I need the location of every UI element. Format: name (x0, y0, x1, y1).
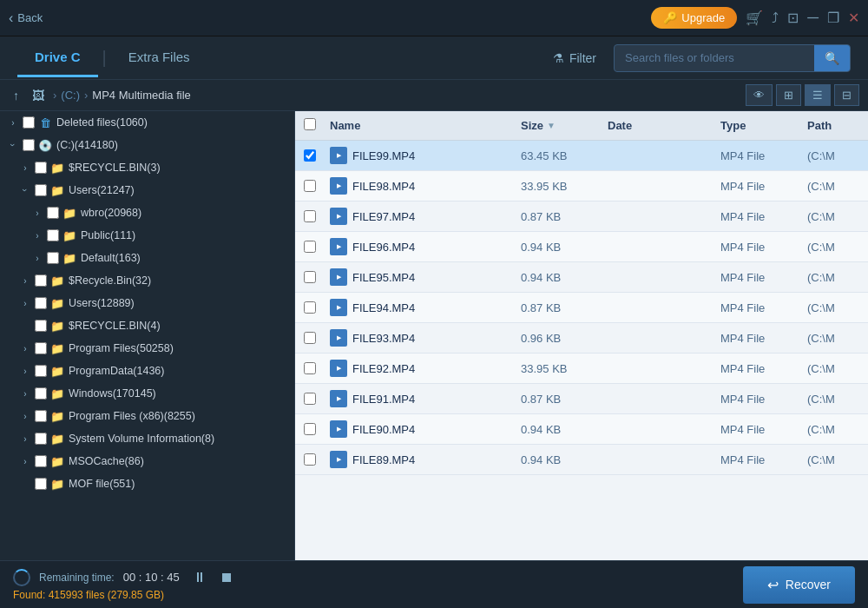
tree-cb-default[interactable] (47, 252, 59, 264)
restore-icon[interactable]: ❐ (827, 10, 839, 26)
tree-item-wbro[interactable]: › 📁 wbro(20968) (0, 202, 294, 224)
tree-item-srecycle3[interactable]: 📁 $RECYCLE.BIN(4) (0, 314, 294, 337)
breadcrumb-up-icon[interactable]: ↑ (9, 87, 23, 104)
select-all-checkbox[interactable] (304, 118, 316, 130)
table-row[interactable]: ▶ FILE90.MP4 0.94 KB MP4 File (C:\M (295, 414, 868, 445)
minimize-icon[interactable]: ─ (807, 9, 819, 27)
table-row[interactable]: ▶ FILE94.MP4 0.87 KB MP4 File (C:\M (295, 293, 868, 323)
tree-toggle-programfiles[interactable]: › (19, 342, 31, 354)
tree-toggle-windows[interactable]: › (19, 387, 31, 400)
tree-toggle-public[interactable]: › (31, 229, 43, 241)
tree-toggle-driveC[interactable]: › (7, 139, 19, 151)
tree-cb-srecycle2[interactable] (35, 274, 47, 287)
tree-item-moffile[interactable]: 📁 MOF file(551) (0, 473, 294, 495)
tree-cb-wbro[interactable] (47, 207, 59, 219)
view-grid-button[interactable]: ⊞ (776, 84, 801, 106)
table-row[interactable]: ▶ FILE98.MP4 33.95 KB MP4 File (C:\M (295, 171, 868, 202)
back-button[interactable]: ‹ Back (9, 10, 43, 26)
row-cb-4[interactable] (304, 241, 330, 253)
tab-drive-c[interactable]: Drive C (17, 39, 98, 77)
tree-toggle-srecycle1[interactable]: › (19, 162, 31, 174)
row-cb-10[interactable] (304, 423, 330, 435)
tree-toggle-users2[interactable]: › (19, 297, 31, 309)
screenshot-icon[interactable]: ⊡ (787, 10, 799, 26)
tree-toggle-srecycle2[interactable]: › (19, 274, 31, 287)
row-name-3: ▶ FILE97.MP4 (330, 208, 521, 225)
tree-item-users1[interactable]: › 📁 Users(21247) (0, 179, 294, 202)
tree-item-windows[interactable]: › 📁 Windows(170145) (0, 382, 294, 405)
tree-toggle-programfilesx86[interactable]: › (19, 410, 31, 422)
tree-item-programfiles[interactable]: › 📁 Program Files(50258) (0, 337, 294, 360)
tree-item-programfilesx86[interactable]: › 📁 Program Files (x86)(8255) (0, 405, 294, 427)
recover-button[interactable]: ↩ Recover (743, 566, 855, 604)
tree-cb-sysvol[interactable] (35, 433, 47, 445)
table-row[interactable]: ▶ FILE92.MP4 33.95 KB MP4 File (C:\M (295, 354, 868, 384)
tree-cb-users1[interactable] (35, 184, 47, 196)
tree-cb-programfilesx86[interactable] (35, 410, 47, 422)
view-detail-button[interactable]: ⊟ (834, 84, 859, 106)
tab-extra-files[interactable]: Extra Files (111, 39, 207, 77)
row-cb-7[interactable] (304, 332, 330, 344)
table-row[interactable]: ▶ FILE97.MP4 0.87 KB MP4 File (C:\M (295, 202, 868, 232)
tree-item-sysvol[interactable]: › 📁 System Volume Information(8) (0, 427, 294, 450)
tree-item-default[interactable]: › 📁 Default(163) (0, 247, 294, 269)
tree-cb-programfiles[interactable] (35, 342, 47, 354)
row-cb-3[interactable] (304, 210, 330, 222)
breadcrumb-drive[interactable]: (C:) (61, 89, 80, 102)
tree-item-msocache[interactable]: › 📁 MSOCache(86) (0, 450, 294, 473)
pause-button[interactable]: ⏸ (193, 570, 207, 585)
stop-button[interactable]: ⏹ (220, 570, 233, 585)
table-row[interactable]: ▶ FILE95.MP4 0.94 KB MP4 File (C:\M (295, 262, 868, 293)
tree-cb-public[interactable] (47, 229, 59, 241)
tree-cb-deleted[interactable] (23, 116, 35, 129)
th-name[interactable]: Name (330, 119, 521, 132)
th-size[interactable]: Size ▼ (521, 119, 608, 132)
upgrade-button[interactable]: 🔑 Upgrade (651, 7, 737, 29)
table-row[interactable]: ▶ FILE91.MP4 0.87 KB MP4 File (C:\M (295, 384, 868, 414)
table-row[interactable]: ▶ FILE96.MP4 0.94 KB MP4 File (C:\M (295, 232, 868, 262)
tree-cb-srecycle3[interactable] (35, 320, 47, 332)
breadcrumb-image-icon[interactable]: 🖼 (28, 87, 49, 104)
tree-cb-srecycle1[interactable] (35, 162, 47, 174)
row-cb-1[interactable] (304, 149, 330, 162)
tree-cb-users2[interactable] (35, 297, 47, 309)
tree-item-deleted[interactable]: › 🗑 Deleted files(1060) (0, 111, 294, 134)
filter-button[interactable]: ⚗ Filter (553, 51, 596, 65)
tree-cb-driveC[interactable] (23, 139, 35, 151)
table-row[interactable]: ▶ FILE93.MP4 0.96 KB MP4 File (C:\M (295, 323, 868, 354)
tree-toggle-default[interactable]: › (31, 252, 43, 264)
row-cb-8[interactable] (304, 362, 330, 374)
row-cb-11[interactable] (304, 453, 330, 466)
th-date[interactable]: Date (608, 119, 720, 132)
tree-toggle-msocache[interactable]: › (19, 455, 31, 467)
row-cb-6[interactable] (304, 301, 330, 314)
view-preview-button[interactable]: 👁 (746, 84, 773, 106)
tree-cb-moffile[interactable] (35, 478, 47, 490)
tree-toggle-deleted[interactable]: › (7, 116, 19, 129)
tree-toggle-users1[interactable]: › (19, 184, 31, 196)
tree-cb-windows[interactable] (35, 387, 47, 400)
search-button[interactable]: 🔍 (814, 45, 850, 71)
tree-item-users2[interactable]: › 📁 Users(12889) (0, 292, 294, 314)
row-cb-2[interactable] (304, 180, 330, 192)
row-cb-9[interactable] (304, 393, 330, 405)
tree-cb-msocache[interactable] (35, 455, 47, 467)
close-icon[interactable]: ✕ (848, 10, 859, 26)
view-list-button[interactable]: ☰ (805, 84, 831, 106)
share-icon[interactable]: ⤴ (772, 10, 779, 26)
tree-item-srecycle1[interactable]: › 📁 $RECYCLE.BIN(3) (0, 156, 294, 179)
table-row[interactable]: ▶ FILE89.MP4 0.94 KB MP4 File (C:\M (295, 445, 868, 475)
table-row[interactable]: ▶ FILE99.MP4 63.45 KB MP4 File (C:\M (295, 141, 868, 171)
row-cb-5[interactable] (304, 271, 330, 283)
search-input[interactable] (615, 46, 814, 69)
key-icon: 🔑 (663, 11, 677, 24)
tree-toggle-wbro[interactable]: › (31, 207, 43, 219)
tree-item-driveC[interactable]: › 💿 (C:)(414180) (0, 134, 294, 156)
tree-toggle-sysvol[interactable]: › (19, 433, 31, 445)
tree-item-srecycle2[interactable]: › 📁 $Recycle.Bin(32) (0, 269, 294, 292)
tree-toggle-programdata[interactable]: › (19, 365, 31, 377)
tree-item-public[interactable]: › 📁 Public(111) (0, 224, 294, 247)
tree-cb-programdata[interactable] (35, 365, 47, 377)
cart-icon[interactable]: 🛒 (746, 10, 763, 26)
tree-item-programdata[interactable]: › 📁 ProgramData(1436) (0, 360, 294, 382)
